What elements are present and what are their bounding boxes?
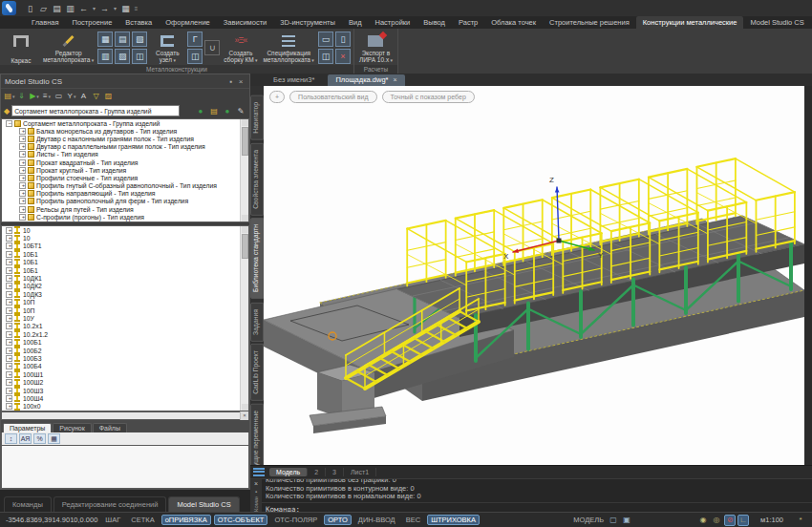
tree-item[interactable]: Листы - Тип изделия xyxy=(2,151,248,158)
create-km-assembly-button[interactable]: »Ξ« Создать сборку КМ xyxy=(222,31,259,65)
profile-list-item[interactable]: 10БТ1 xyxy=(2,242,248,250)
view-mode-icon[interactable]: ≡▾ xyxy=(41,90,53,102)
expand-icon[interactable] xyxy=(6,242,12,249)
status-toggle[interactable]: ШАГ xyxy=(101,515,124,525)
annotation-scale-icon[interactable]: ▢ xyxy=(608,515,619,526)
expand-icon[interactable] xyxy=(6,227,12,234)
tree-item[interactable]: Рельсы для путей - Тип изделия xyxy=(2,205,248,213)
expand-icon[interactable] xyxy=(6,395,12,402)
profile-list-item[interactable]: 10 xyxy=(2,226,248,234)
ribbon-tab[interactable]: Облака точек xyxy=(484,16,543,29)
tree-item[interactable]: Двутавр с наклонными гранями полок - Тип… xyxy=(2,135,248,142)
ribbon-tab[interactable]: Вид xyxy=(342,16,369,29)
transparency-bulb-icon[interactable]: ◎ xyxy=(711,515,722,526)
profile-list-item[interactable]: 100Б1 xyxy=(2,338,248,346)
toolbar-overflow-icon[interactable]: ≡ xyxy=(133,2,139,14)
undo-dropdown-icon[interactable]: ▾ xyxy=(91,2,97,14)
profile-list-item[interactable]: 10Б1 xyxy=(2,266,248,274)
expand-icon[interactable] xyxy=(6,283,12,289)
redo-icon[interactable]: → xyxy=(98,2,111,14)
bolt-set-icon[interactable]: ▭ xyxy=(318,32,333,47)
profile-list-item[interactable]: 10ДК2 xyxy=(2,283,248,290)
expand-icon[interactable] xyxy=(6,275,12,282)
steel-spec-button[interactable]: Спецификация металлопроката xyxy=(262,31,316,65)
expand-icon[interactable] xyxy=(6,388,12,394)
annotation-scale[interactable]: м1:100 xyxy=(760,516,783,524)
expand-icon[interactable] xyxy=(6,371,12,378)
expand-icon[interactable] xyxy=(6,299,12,306)
ribbon-tab[interactable]: Зависимости xyxy=(217,16,274,29)
open-library-icon[interactable]: ▤▾ xyxy=(4,90,15,102)
expand-icon[interactable] xyxy=(6,259,12,265)
layout-tab[interactable]: 3 xyxy=(326,468,344,476)
status-toggle[interactable]: ОРТО xyxy=(324,515,352,525)
expand-icon[interactable] xyxy=(6,355,12,362)
expand-icon[interactable] xyxy=(6,348,12,354)
filter-y-icon[interactable]: Y▾ xyxy=(66,90,77,102)
tree-item[interactable]: Балка монорельса из двутавров - Тип изде… xyxy=(2,127,248,135)
save-as-icon[interactable]: ▥ xyxy=(64,2,76,14)
sort-alphabetical-icon[interactable]: АЯ xyxy=(19,433,32,444)
beam-profile-icon[interactable]: ▤ xyxy=(115,32,130,47)
truss-profile-icon[interactable]: ▨ xyxy=(115,49,130,64)
layout-tab[interactable]: Модель xyxy=(269,468,308,476)
drawing-viewport[interactable]: + Пользовательский вид Точный с показом … xyxy=(264,86,804,465)
redo-dropdown-icon[interactable]: ▾ xyxy=(112,2,118,14)
ribbon-tab[interactable]: Вывод xyxy=(417,16,452,29)
edit-element-icon[interactable]: ✎ xyxy=(235,105,246,117)
expand-icon[interactable] xyxy=(6,291,12,298)
expand-icon[interactable] xyxy=(6,323,12,329)
close-icon[interactable]: × xyxy=(236,77,246,86)
status-toggle[interactable]: ШТРИХОВКА xyxy=(427,515,480,525)
ribbon-tab[interactable]: 3D-инструменты xyxy=(273,16,342,29)
palette-tab[interactable]: Файлы xyxy=(93,423,127,432)
profile-list-item[interactable]: 100Ш3 xyxy=(2,387,248,394)
list-scrollbar[interactable] xyxy=(240,226,248,411)
layout-tab[interactable]: Лист1 xyxy=(344,468,376,476)
tree-item[interactable]: Прокат круглый - Тип изделия xyxy=(2,166,248,174)
profile-list-item[interactable]: 10Б1 xyxy=(2,250,248,258)
tree-item[interactable]: Двутавр с параллельными гранями полок - … xyxy=(2,143,248,151)
ucs-toggle-icon[interactable]: ∟ xyxy=(737,515,749,526)
tree-item[interactable]: Профиль направляющий - Тип изделия xyxy=(2,190,248,198)
panel-icon[interactable]: ▭ xyxy=(53,90,65,102)
notification-icon[interactable]: * xyxy=(795,515,806,526)
status-toggle[interactable]: оПРИВЯЗКА xyxy=(161,515,211,525)
expand-icon[interactable] xyxy=(6,363,12,369)
command-prompt[interactable]: Команда: xyxy=(262,502,812,513)
profile-list-item[interactable]: 100Б3 xyxy=(2,354,248,362)
expand-icon[interactable] xyxy=(19,167,26,174)
lineweight-bulb-icon[interactable]: ◉ xyxy=(697,515,709,526)
selection-cycling-icon[interactable]: ⊘ xyxy=(724,515,736,526)
expand-icon[interactable] xyxy=(6,235,12,242)
ribbon-tab[interactable]: Настройки xyxy=(369,16,417,29)
purlin-profile-icon[interactable]: ◫ xyxy=(132,49,147,64)
side-tab[interactable]: Свойства элемента xyxy=(250,143,264,216)
palette-tab[interactable]: Рисунок xyxy=(53,423,91,432)
side-tab[interactable]: CadLib Проект xyxy=(250,344,264,401)
steel-editor-button[interactable]: Редактор металлопроката xyxy=(41,31,96,65)
status-toggle[interactable]: ДИН-ВВОД xyxy=(354,515,399,525)
profile-list-item[interactable]: 100Ш4 xyxy=(2,394,248,402)
print-icon[interactable]: ▦ xyxy=(119,2,132,14)
profile-list-item[interactable]: 10ДК3 xyxy=(2,290,248,298)
pin-icon[interactable]: ▪ xyxy=(226,77,236,86)
web-library-icon[interactable]: ● xyxy=(222,105,233,117)
expand-icon[interactable] xyxy=(6,339,12,346)
expand-icon[interactable] xyxy=(19,151,26,158)
collision-check-icon[interactable]: ◫ xyxy=(318,49,333,64)
tree-item[interactable]: Прокат квадратный - Тип изделия xyxy=(2,158,248,166)
layout-menu-icon[interactable] xyxy=(253,468,265,476)
pin-icon[interactable]: ▪ xyxy=(255,489,257,495)
frame-wizard-button[interactable]: Каркас xyxy=(3,31,39,65)
open-file-icon[interactable]: ▱ xyxy=(37,2,50,14)
side-tab[interactable]: Задания xyxy=(250,303,264,342)
list-hscrollbar[interactable]: × xyxy=(1,411,249,420)
profile-list-item[interactable]: 100Б2 xyxy=(2,347,248,354)
expand-icon[interactable] xyxy=(19,182,26,189)
weld-icon[interactable]: ▯ xyxy=(335,32,351,47)
profile-list-item[interactable]: 10 xyxy=(2,234,248,242)
model-space-label[interactable]: МОДЕЛЬ xyxy=(573,516,604,524)
expand-icon[interactable] xyxy=(19,206,26,213)
ribbon-tab[interactable]: Конструкции металлические xyxy=(636,16,744,29)
